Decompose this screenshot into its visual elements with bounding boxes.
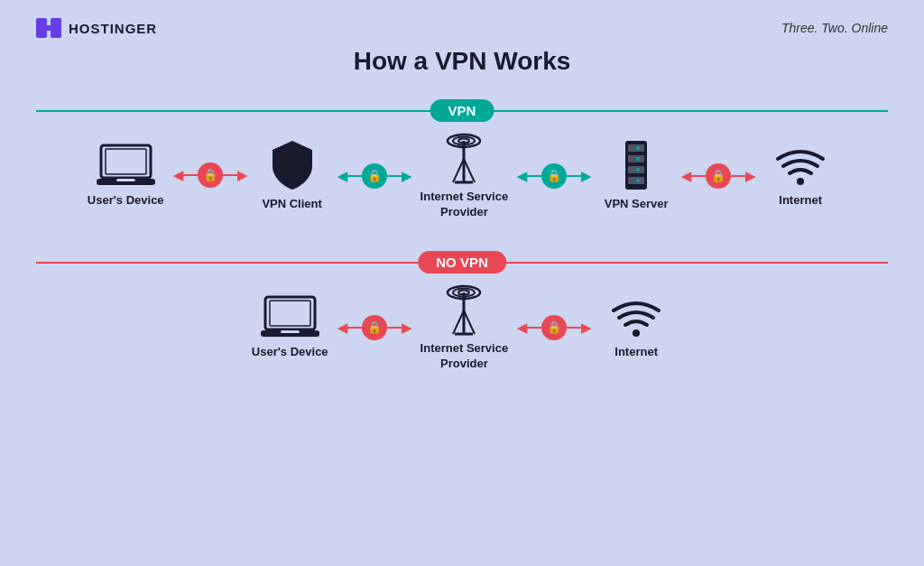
vpn-device-block: User's Device	[88, 143, 164, 209]
server-icon	[613, 139, 660, 191]
svg-rect-4	[106, 149, 146, 174]
logo-text: HOSTINGER	[69, 21, 157, 36]
laptop-icon	[97, 143, 155, 188]
svg-rect-6	[116, 179, 135, 181]
novpn-internet-block: Internet	[600, 294, 672, 360]
vpn-client-label: VPN Client	[262, 197, 321, 212]
vpn-server-label: VPN Server	[605, 197, 669, 212]
antenna-icon-novpn	[440, 283, 487, 336]
svg-rect-27	[281, 330, 300, 333]
svg-line-34	[464, 311, 475, 334]
novpn-lock-arrow-2: ◀ 🔒 ▶	[517, 315, 591, 340]
svg-point-20	[636, 157, 640, 161]
laptop-icon-novpn	[261, 294, 319, 339]
vpn-internet-label: Internet	[779, 193, 822, 209]
svg-line-12	[453, 159, 464, 182]
novpn-device-block: User's Device	[252, 294, 328, 360]
shield-icon	[269, 139, 316, 191]
tagline: Three. Two. Online	[781, 21, 888, 35]
svg-rect-25	[270, 301, 310, 326]
novpn-lock-arrow-1: ◀ 🔒 ▶	[337, 315, 411, 340]
vpn-internet-block: Internet	[764, 143, 836, 209]
page: HOSTINGER Three. Two. Online How a VPN W…	[0, 0, 924, 566]
novpn-section: NO VPN User's Device ◀ 🔒	[36, 246, 888, 381]
novpn-isp-label: Internet ServiceProvider	[420, 341, 509, 372]
vpn-device-label: User's Device	[88, 193, 164, 209]
vpn-isp-block: Internet ServiceProvider	[420, 132, 509, 220]
lock-arrow-3: ◀ 🔒 ▶	[517, 163, 591, 189]
main-title: How a VPN Works	[36, 47, 888, 76]
antenna-icon	[440, 132, 487, 184]
svg-point-21	[636, 168, 640, 172]
svg-point-19	[636, 146, 640, 150]
novpn-internet-label: Internet	[614, 345, 658, 360]
svg-point-22	[636, 179, 640, 182]
svg-rect-24	[265, 297, 315, 329]
svg-line-33	[453, 311, 464, 334]
lock-arrow-2: ◀ 🔒 ▶	[337, 163, 411, 189]
header: HOSTINGER Three. Two. Online	[36, 18, 888, 38]
lock-arrow-4: ◀ 🔒 ▶	[681, 163, 755, 189]
novpn-device-label: User's Device	[252, 345, 328, 360]
vpn-section: VPN User's Device ◀ 🔒 ▶	[36, 94, 888, 229]
vpn-server-block: VPN Server	[600, 139, 672, 212]
novpn-badge: NO VPN	[418, 251, 506, 274]
logo: HOSTINGER	[36, 18, 157, 38]
svg-rect-2	[36, 25, 61, 31]
wifi-icon-novpn	[610, 294, 662, 339]
svg-rect-3	[101, 145, 151, 178]
svg-point-35	[633, 329, 640, 337]
vpn-badge: VPN	[430, 99, 494, 122]
svg-point-23	[797, 178, 804, 185]
svg-line-13	[464, 159, 475, 182]
wifi-icon-vpn	[774, 143, 827, 188]
hostinger-logo-icon	[36, 18, 61, 38]
lock-arrow-1: ◀ 🔒 ▶	[173, 162, 247, 190]
novpn-isp-block: Internet ServiceProvider	[420, 283, 509, 372]
vpn-client-block: VPN Client	[256, 139, 328, 212]
vpn-isp-label: Internet ServiceProvider	[420, 190, 509, 220]
